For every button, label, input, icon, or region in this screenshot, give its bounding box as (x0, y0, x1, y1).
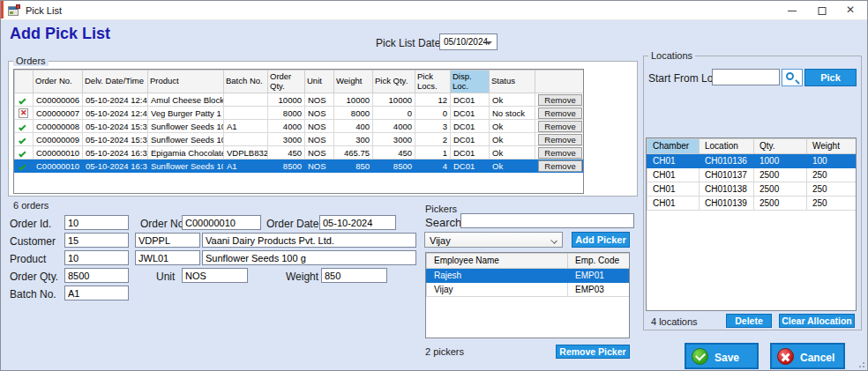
order-qty-field[interactable]: 8500 (64, 268, 129, 283)
weight-cell: 10000 (334, 93, 373, 107)
location-row[interactable]: CH01 CH010139 2500 250 (647, 197, 857, 211)
emp-code-header[interactable]: Emp. Code (568, 254, 630, 269)
app-icon (8, 4, 21, 17)
location-row[interactable]: CH01 CH010137 2500 250 (647, 168, 857, 182)
weight-header[interactable]: Weight (334, 70, 373, 93)
picker-row[interactable]: Vijay EMP03 (427, 283, 630, 297)
employee-name-cell: Vijay (427, 283, 568, 297)
product-code-field[interactable]: JWL01 (135, 250, 200, 265)
location-cell: CH010137 (700, 168, 754, 182)
pick-locs-cell: 4 (415, 160, 451, 173)
order-row[interactable]: C00000008 05-10-2024 15:32 Sunflower See… (15, 120, 584, 133)
qty-header[interactable]: Qty. (754, 139, 807, 154)
row-leader-header (15, 70, 34, 93)
remove-order-button[interactable]: Remove (538, 94, 582, 106)
order-date-label: Order Date (266, 218, 318, 230)
pick-list-date-dropdown[interactable]: 05/10/2024 (439, 33, 498, 50)
batch-cell: VDPLB832... (224, 146, 268, 160)
remove-order-button[interactable]: Remove (538, 134, 582, 145)
cancel-button[interactable]: Cancel (770, 343, 845, 369)
picker-search-label: Search (425, 216, 461, 229)
product-cell: Amul Cheese Block 1... (148, 93, 224, 107)
remove-cell: Remove (535, 133, 584, 146)
order-no-header[interactable]: Order No. (34, 70, 83, 93)
close-button[interactable] (832, 1, 868, 20)
pick-locs-header[interactable]: Pick Locs. (415, 70, 451, 93)
save-button[interactable]: Save (685, 343, 759, 369)
pickers-header-row: Employee Name Emp. Code (427, 254, 630, 269)
picker-search-input[interactable] (460, 213, 634, 228)
disp-loc-cell: DC01 (451, 93, 490, 107)
unit-cell: NOS (305, 133, 334, 146)
order-row-selected[interactable]: C00000010 05-10-2024 16:34 Sunflower See… (15, 160, 584, 173)
weight-cell: 250 (807, 197, 857, 211)
batch-no-header[interactable]: Batch No. (224, 70, 268, 93)
unit-header[interactable]: Unit (305, 70, 334, 93)
pick-qty-header[interactable]: Pick Qty. (373, 70, 415, 93)
delv-cell: 05-10-2024 12:47 (83, 107, 148, 120)
batch-cell: A1 (224, 160, 268, 173)
order-row[interactable]: C00000010 05-10-2024 16:34 Epigamia Choc… (15, 146, 584, 160)
chamber-cell: CH01 (647, 168, 700, 182)
employee-name-header[interactable]: Employee Name (427, 254, 568, 269)
product-name-field[interactable]: Sunflower Seeds 100 g (202, 250, 416, 265)
order-row[interactable]: C00000006 05-10-2024 12:46 Amul Cheese B… (15, 93, 584, 107)
status-cell: Ok (490, 93, 535, 107)
order-date-field[interactable]: 05-10-2024 (319, 215, 396, 230)
remove-order-button[interactable]: Remove (538, 121, 582, 132)
weight-field[interactable]: 850 (321, 268, 387, 283)
location-search-button[interactable] (782, 69, 803, 86)
location-header[interactable]: Location (700, 139, 754, 154)
order-id-field[interactable]: 10 (64, 215, 129, 230)
remove-order-button[interactable]: Remove (538, 160, 582, 172)
order-no-field[interactable]: C00000010 (182, 215, 261, 230)
order-row[interactable]: C00000007 05-10-2024 12:47 Veg Burger Pa… (15, 107, 584, 120)
remove-order-button[interactable]: Remove (538, 147, 582, 159)
location-row-selected[interactable]: CH01 CH010136 1000 100 (647, 154, 857, 168)
qty-cell: 2500 (754, 182, 807, 197)
delv-cell: 05-10-2024 12:46 (83, 93, 148, 107)
add-picker-button[interactable]: Add Picker (572, 232, 630, 248)
start-from-loc-input[interactable] (712, 69, 780, 85)
delete-location-button[interactable]: Delete (726, 314, 772, 328)
product-label: Product (10, 253, 46, 265)
locations-group-label: Locations (648, 50, 695, 61)
qty-cell: 1000 (754, 154, 807, 168)
pick-qty-cell: 10000 (373, 93, 415, 107)
customer-id-field[interactable]: 15 (64, 233, 129, 248)
delv-datetime-header[interactable]: Delv. Date/Time (83, 70, 148, 93)
product-header[interactable]: Product (148, 70, 224, 93)
picker-row-selected[interactable]: Rajesh EMP01 (427, 269, 630, 283)
remove-order-button[interactable]: Remove (538, 108, 582, 119)
product-cell: Epigamia Chocolate ... (148, 146, 224, 160)
batch-cell (224, 133, 268, 146)
order-qty-cell: 10000 (268, 93, 305, 107)
order-qty-cell: 3000 (268, 133, 305, 146)
chamber-header[interactable]: Chamber (647, 139, 700, 154)
customer-code-field[interactable]: VDPPL (135, 233, 200, 248)
customer-name-field[interactable]: Vaani Dairy Products Pvt. Ltd. (202, 233, 416, 248)
picker-dropdown[interactable]: Vijay (424, 232, 563, 248)
unit-field[interactable]: NOS (182, 268, 248, 283)
search-icon (786, 72, 794, 80)
product-cell: Sunflower Seeds 100 g (148, 133, 224, 146)
resize-grip[interactable] (857, 360, 864, 367)
product-id-field[interactable]: 10 (64, 250, 129, 265)
location-row[interactable]: CH01 CH010138 2500 250 (647, 182, 857, 197)
weight-cell: 100 (807, 154, 857, 168)
status-header[interactable]: Status (490, 70, 535, 93)
pick-locs-cell: 3 (415, 120, 451, 133)
weight-header[interactable]: Weight (807, 139, 857, 154)
disp-loc-header[interactable]: Disp. Loc. (451, 70, 490, 93)
batch-no-field[interactable]: A1 (64, 286, 129, 301)
remove-picker-button[interactable]: Remove Picker (556, 345, 630, 359)
order-qty-header[interactable]: Order Qty. (268, 70, 305, 93)
row-ok-icon (19, 150, 26, 157)
row-status-cell (15, 146, 34, 160)
order-qty-label: Order Qty. (10, 271, 58, 283)
order-row[interactable]: C00000009 05-10-2024 15:33 Sunflower See… (15, 133, 584, 146)
pick-button[interactable]: Pick (804, 69, 857, 86)
order-no-cell: C00000008 (34, 120, 83, 133)
clear-allocation-button[interactable]: Clear Allocation (779, 314, 855, 328)
status-cell: Ok (490, 120, 535, 133)
